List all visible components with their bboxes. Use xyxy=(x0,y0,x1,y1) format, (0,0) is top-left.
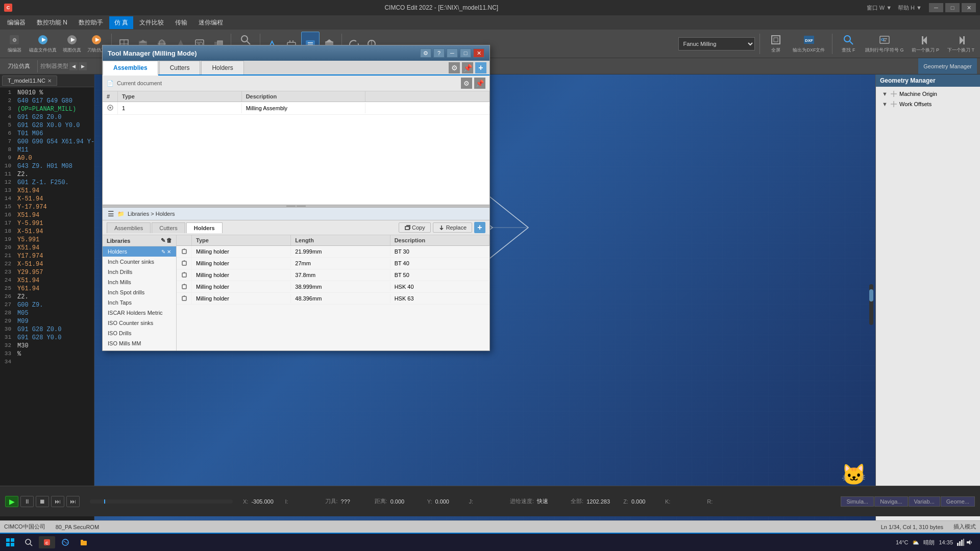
library-item-inch-spot-drills[interactable]: Inch Spot drills xyxy=(103,287,176,297)
code-line-8: 8M11 xyxy=(0,146,94,155)
dialog-tab-holders[interactable]: Holders xyxy=(201,61,243,74)
file-tab[interactable]: T_model11.NC ✕ xyxy=(2,76,57,86)
menu-nc-assistant[interactable]: 数控助手 xyxy=(74,16,108,29)
tree-item-machine-origin[interactable]: ▼ Machine Origin xyxy=(878,89,978,99)
step-btn[interactable]: ⏹ xyxy=(36,496,49,507)
toolbar-fullscreen[interactable]: 全屏 xyxy=(765,32,787,56)
library-item-inch-mills[interactable]: Inch Mills xyxy=(103,277,176,287)
sim-progress-bar xyxy=(90,499,233,504)
dialog-help-btn[interactable]: ? xyxy=(433,48,445,58)
lib-edit-inline-icon[interactable]: ✎ xyxy=(161,249,165,255)
toolbar-btn-sim2[interactable]: 视图仿真 xyxy=(60,32,84,56)
tree-item-work-offsets[interactable]: ▼ Work Offsets xyxy=(878,99,978,109)
library-item-iso-spot-drills[interactable]: ISO Spot drills xyxy=(103,348,176,350)
dialog-add-btn[interactable]: + xyxy=(475,62,486,73)
expand-icon-work: ▼ xyxy=(882,101,888,107)
toolbar-next-tool[interactable]: 下一个换刀 T xyxy=(945,32,977,56)
menu-nc[interactable]: 数控功能 N xyxy=(32,16,72,29)
sim-progress-thumb[interactable] xyxy=(104,499,105,504)
toolbar-goto[interactable]: G 跳到行号/字符号 G xyxy=(863,32,906,56)
code-line-19: 19Y5.991 xyxy=(0,236,94,244)
bottom-tab-assemblies[interactable]: Assemblies xyxy=(107,222,151,233)
sim-tab-variables[interactable]: Variab... xyxy=(909,496,940,507)
menu-file-compare[interactable]: 文件比较 xyxy=(134,16,169,29)
taskbar-app3[interactable] xyxy=(76,536,92,548)
sim-tab-geometry[interactable]: Geome... xyxy=(941,496,975,507)
minimize-button[interactable]: ─ xyxy=(929,3,943,12)
lib-edit-icon[interactable]: ✎ xyxy=(161,237,165,244)
lib-trash-icon[interactable]: 🗑 xyxy=(166,237,172,244)
library-item-inch-drills[interactable]: Inch Drills xyxy=(103,267,176,277)
library-item-iso-drills[interactable]: ISO Drills xyxy=(103,328,176,338)
dialog-minimize-btn[interactable]: ─ xyxy=(447,48,458,58)
close-button[interactable]: ✕ xyxy=(962,3,976,12)
holder-row-0[interactable]: Milling holder21.999mmBT 30 xyxy=(177,246,489,258)
nav-prev[interactable]: ◀ xyxy=(69,62,78,70)
file-tab-close[interactable]: ✕ xyxy=(47,78,52,84)
code-area[interactable]: 1N0010 %2G40 G17 G49 G803(OP=PLANAR_MILL… xyxy=(0,87,94,535)
dialog-close-btn[interactable]: ✕ xyxy=(473,48,484,58)
toolbar-find[interactable]: 查找 F xyxy=(837,32,860,56)
dialog-pin-btn[interactable]: 📌 xyxy=(462,62,473,73)
library-item-inch-counter-sinks[interactable]: Inch Counter sinks xyxy=(103,257,176,267)
dialog-settings-btn[interactable]: ⚙ xyxy=(420,48,431,58)
doc-pin-btn[interactable]: 📌 xyxy=(474,78,485,89)
line-content-23: Y29.957 xyxy=(15,269,94,277)
ff-btn[interactable]: ⏭ xyxy=(51,496,64,507)
holder-row-4[interactable]: Milling holder48.396mmHSK 63 xyxy=(177,293,489,305)
library-item-iscar-holders-metric[interactable]: ISCAR Holders Metric xyxy=(103,308,176,318)
dialog-maximize-btn[interactable]: □ xyxy=(460,48,471,58)
start-button[interactable] xyxy=(2,536,18,548)
holder-row-1[interactable]: Milling holder27mmBT 40 xyxy=(177,258,489,269)
library-item-iso-counter-sinks[interactable]: ISO Counter sinks xyxy=(103,318,176,328)
toolbar-prev-tool[interactable]: 前一个换刀 P xyxy=(909,32,942,56)
doc-settings-btn[interactable]: ⚙ xyxy=(461,78,472,89)
toolbar-btn-sim1[interactable]: 磁盘文件仿真 xyxy=(27,32,59,56)
menu-mini-program[interactable]: 迷你编程 xyxy=(193,16,228,29)
play-btn[interactable]: ▶ xyxy=(5,496,18,507)
sim-tab-navigate[interactable]: Naviga... xyxy=(874,496,908,507)
bottom-tab-cutters[interactable]: Cutters xyxy=(152,222,185,233)
x-value: -305.000 xyxy=(251,498,282,505)
ff2-btn[interactable]: ⏭ xyxy=(66,496,80,507)
menu-editor[interactable]: 编编器 xyxy=(2,16,31,29)
stop-btn[interactable]: ⏸ xyxy=(20,496,34,507)
dialog-tab-assemblies[interactable]: Assemblies xyxy=(103,61,158,76)
code-line-34: 34 xyxy=(0,359,94,367)
holder-row-2[interactable]: Milling holder37.8mmBT 50 xyxy=(177,269,489,281)
sim3-icon xyxy=(90,34,103,46)
library-item-holders[interactable]: Holders✎✕ xyxy=(103,246,176,257)
menu-transfer[interactable]: 传输 xyxy=(170,16,192,29)
copy-button[interactable]: Copy xyxy=(399,222,431,233)
holder-row-3[interactable]: Milling holder38.999mmHSK 40 xyxy=(177,281,489,293)
toolbar2-刀位仿真[interactable]: 刀位仿真 xyxy=(3,60,35,73)
fullscreen-label: 全屏 xyxy=(771,47,780,54)
library-item-iso-mills-mm[interactable]: ISO Mills MM xyxy=(103,338,176,348)
holder-row-desc-2: BT 50 xyxy=(390,270,489,280)
line-num-33: 33 xyxy=(0,350,15,359)
sim-tab-simulate[interactable]: Simula... xyxy=(841,496,874,507)
add-holder-btn[interactable]: + xyxy=(474,222,485,233)
dialog-tab-cutters[interactable]: Cutters xyxy=(159,61,201,74)
toolbar-dxf[interactable]: DXF 输出为DXF文件 xyxy=(790,32,827,56)
taskbar-search[interactable] xyxy=(20,536,37,548)
lib-delete-inline-icon[interactable]: ✕ xyxy=(167,249,171,255)
line-num-12: 12 xyxy=(0,179,15,187)
nav-next[interactable]: ▶ xyxy=(79,62,87,70)
dialog-settings-gear[interactable]: ⚙ xyxy=(449,62,460,73)
assembly-row-1[interactable]: 1 Milling Assembly xyxy=(103,102,489,115)
geometry-manager-header: Geometry Manager xyxy=(876,74,980,87)
library-item-inch-taps[interactable]: Inch Taps xyxy=(103,297,176,308)
toolbar-btn-1[interactable]: ⚙ 编编器 xyxy=(3,32,26,56)
line-content-10: G43 Z9. H01 M08 xyxy=(15,163,94,171)
menu-simulation[interactable]: 仿 真 xyxy=(109,16,133,29)
bottom-tab-holders[interactable]: Holders xyxy=(186,222,223,233)
resizer-bar2 xyxy=(297,206,306,207)
maximize-button[interactable]: □ xyxy=(945,3,960,12)
scroll-thumb[interactable] xyxy=(869,289,873,302)
col-hash: # xyxy=(103,91,118,102)
taskbar-app1[interactable]: C xyxy=(39,536,55,548)
taskbar-app2[interactable] xyxy=(57,536,74,548)
controller-select[interactable]: Fanuc Milling xyxy=(678,37,755,51)
replace-button[interactable]: Replace xyxy=(433,222,472,233)
